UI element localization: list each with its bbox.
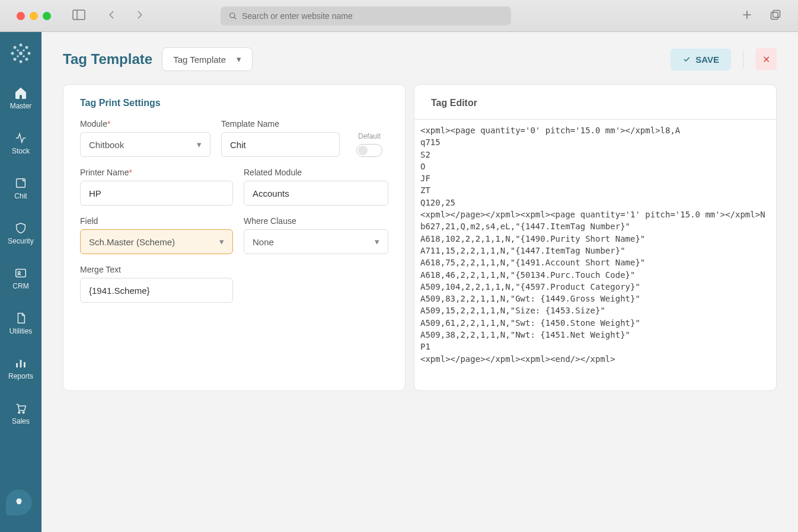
maximize-window-button[interactable] [43, 12, 51, 20]
svg-point-17 [23, 55, 25, 57]
field-label: Field [80, 216, 233, 226]
note-icon [14, 177, 27, 190]
caret-down-icon: ▾ [237, 54, 241, 65]
nav-item-stock[interactable]: Stock [0, 128, 42, 159]
lightbulb-icon [14, 497, 24, 508]
nav-label: Stock [12, 147, 30, 155]
related-module-label: Related Module [244, 168, 388, 177]
tag-print-settings-panel: Tag Print Settings Module* Chitbook ▾ Te… [63, 84, 406, 391]
nav-label: Utilities [9, 327, 33, 335]
nav-label: Reports [8, 372, 33, 380]
nav-item-utilities[interactable]: Utilities [0, 308, 42, 339]
nav-item-chit[interactable]: Chit [0, 173, 42, 204]
file-icon [14, 312, 27, 325]
nav-item-sales[interactable]: Sales [0, 398, 42, 429]
tag-editor-textarea[interactable]: <xpml><page quantity='0' pitch='15.0 mm'… [414, 119, 776, 374]
minimize-window-button[interactable] [30, 12, 38, 20]
default-toggle[interactable] [356, 144, 382, 157]
svg-line-3 [234, 17, 237, 19]
svg-point-10 [20, 60, 23, 63]
field-value: Sch.Master (Scheme) [89, 237, 175, 247]
address-bar-placeholder: Search or enter website name [242, 11, 353, 21]
nav-label: Sales [12, 417, 30, 425]
caret-down-icon: ▾ [219, 236, 224, 247]
save-button-label: SAVE [695, 55, 719, 65]
svg-point-6 [20, 44, 23, 47]
merge-text-input[interactable] [80, 278, 233, 303]
default-label: Default [358, 132, 381, 140]
caret-down-icon: ▾ [197, 139, 202, 150]
back-button[interactable] [107, 9, 117, 23]
browser-toolbar: Search or enter website name [0, 0, 798, 32]
module-label: Module* [80, 119, 210, 129]
nav-item-crm[interactable]: CRM [0, 263, 42, 294]
module-value: Chitbook [89, 140, 124, 150]
where-clause-value: None [253, 237, 274, 247]
side-nav: Master Stock Chit Security CRM Utilities… [0, 32, 42, 532]
where-clause-select[interactable]: None ▾ [244, 229, 388, 254]
field-select[interactable]: Sch.Master (Scheme) ▾ [80, 229, 233, 254]
svg-point-8 [28, 52, 31, 55]
panel-title: Tag Print Settings [80, 98, 388, 108]
panel-title: Tag Editor [431, 98, 759, 108]
id-card-icon [14, 267, 27, 280]
svg-point-2 [230, 12, 235, 17]
page-title: Tag Template [63, 51, 152, 68]
shield-icon [14, 222, 27, 235]
nav-label: CRM [12, 282, 28, 290]
template-selector[interactable]: Tag Template ▾ [162, 47, 253, 71]
main-content: Tag Template Tag Template ▾ SAVE ✕ Tag P… [42, 32, 798, 532]
activity-icon [14, 132, 27, 145]
svg-point-18 [17, 55, 19, 57]
save-button[interactable]: SAVE [671, 49, 731, 70]
template-selector-value: Tag Template [173, 55, 226, 65]
divider [743, 51, 743, 68]
new-tab-button[interactable] [741, 9, 753, 23]
home-icon [14, 86, 27, 100]
tag-editor-panel: Tag Editor <xpml><page quantity='0' pitc… [414, 84, 777, 391]
close-icon: ✕ [762, 54, 770, 65]
svg-point-13 [14, 46, 17, 49]
merge-text-label: Merge Text [80, 265, 233, 274]
nav-label: Master [10, 102, 32, 110]
nav-item-security[interactable]: Security [0, 218, 42, 249]
nav-item-master[interactable]: Master [0, 83, 42, 114]
forward-button[interactable] [134, 9, 145, 23]
nav-label: Security [8, 237, 33, 245]
svg-rect-19 [17, 179, 25, 188]
nav-item-reports[interactable]: Reports [0, 353, 42, 384]
check-icon [682, 55, 691, 63]
search-icon [229, 12, 237, 20]
where-clause-label: Where Clause [244, 216, 388, 226]
caret-down-icon: ▾ [375, 236, 379, 247]
svg-rect-20 [16, 270, 26, 277]
printer-name-label: Printer Name* [80, 168, 233, 177]
tabs-overview-button[interactable] [770, 9, 781, 23]
svg-point-15 [17, 49, 19, 52]
address-bar[interactable]: Search or enter website name [221, 7, 511, 25]
sidebar-toggle-icon[interactable] [72, 9, 85, 23]
svg-point-11 [14, 58, 17, 61]
close-window-button[interactable] [17, 12, 25, 20]
help-button[interactable] [6, 489, 32, 515]
module-select[interactable]: Chitbook ▾ [80, 132, 210, 157]
svg-point-14 [19, 52, 23, 55]
svg-rect-0 [73, 10, 85, 20]
svg-point-22 [18, 412, 20, 414]
svg-point-12 [11, 52, 14, 55]
cart-icon [14, 402, 27, 415]
related-module-input[interactable] [244, 181, 388, 206]
svg-point-9 [25, 58, 28, 61]
nav-label: Chit [14, 192, 27, 200]
svg-rect-5 [771, 12, 778, 19]
bar-chart-icon [14, 357, 27, 370]
app-logo [8, 40, 34, 66]
close-button[interactable]: ✕ [755, 48, 777, 70]
printer-name-input[interactable] [80, 181, 233, 206]
template-name-label: Template Name [221, 119, 340, 129]
svg-point-21 [18, 271, 20, 274]
svg-rect-4 [773, 10, 780, 17]
svg-point-23 [23, 412, 24, 414]
svg-point-7 [25, 46, 28, 49]
template-name-input[interactable] [221, 132, 340, 157]
